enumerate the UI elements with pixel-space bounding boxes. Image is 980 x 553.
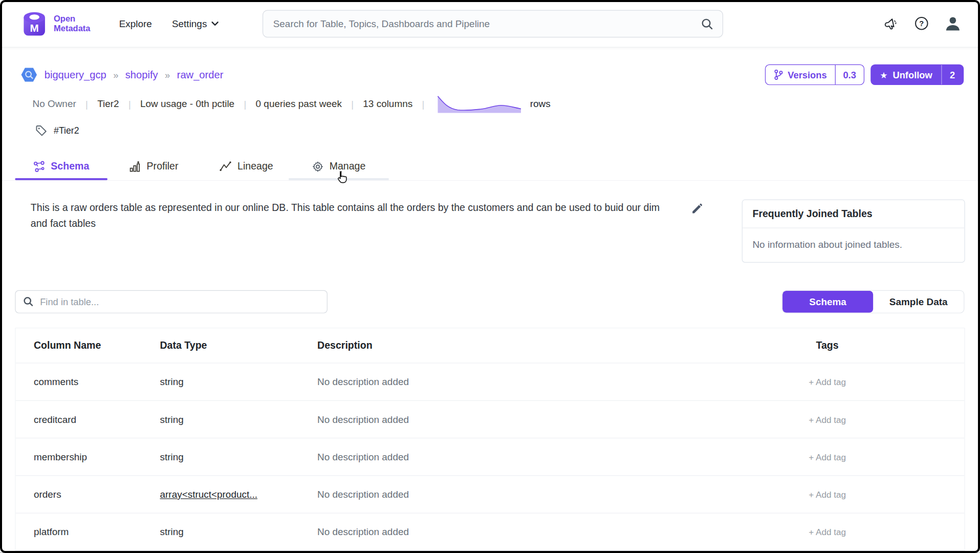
joined-tables-empty-text: No information about joined tables. [743, 228, 965, 262]
manage-gear-icon [312, 160, 324, 172]
owner-stat: No Owner [33, 98, 76, 110]
column-description[interactable]: No description added [299, 526, 690, 538]
find-in-table [15, 290, 328, 313]
entity-stats: No Owner | Tier2 | Low usage - 0th pctil… [0, 94, 980, 113]
add-tag-button[interactable]: + Add tag [690, 490, 965, 500]
breadcrumb-database[interactable]: shopify [125, 69, 158, 80]
table-row: platform string No description added + A… [16, 513, 965, 550]
entity-tabs: Schema Profiler Lineage Manag [0, 153, 980, 180]
edit-description-icon[interactable] [691, 203, 703, 215]
description-block: This is a raw orders table as represente… [16, 200, 729, 232]
usage-stat: Low usage - 0th pctile [140, 98, 234, 110]
nav-link-settings[interactable]: Settings [172, 18, 219, 29]
chevron-down-icon [211, 21, 219, 26]
column-description[interactable]: No description added [299, 414, 690, 425]
col-header-name: Column Name [16, 340, 142, 351]
tag-icon [35, 124, 47, 137]
schema-tab-icon [33, 160, 45, 172]
lineage-tab-icon [220, 161, 232, 172]
add-tag-button[interactable]: + Add tag [690, 527, 965, 537]
openmetadata-logo[interactable]: M Open Metadata [20, 10, 90, 37]
openmetadata-logo-icon: M [20, 10, 48, 37]
column-name: orders [16, 488, 142, 500]
toggle-sample-data-button[interactable]: Sample Data [873, 291, 964, 313]
breadcrumb-separator: » [113, 70, 118, 80]
frequently-joined-tables-card: Frequently Joined Tables No information … [742, 200, 965, 263]
global-search [263, 10, 723, 38]
profiler-tab-icon [129, 160, 141, 172]
column-name: platform [16, 526, 142, 538]
column-type: string [142, 376, 299, 388]
breadcrumb-table[interactable]: raw_order [177, 69, 224, 80]
rows-stat-label: rows [530, 98, 551, 110]
add-tag-button[interactable]: + Add tag [690, 452, 965, 462]
version-branch-icon [774, 70, 783, 80]
navbar-right: ? [884, 15, 961, 32]
schema-columns-table: Column Name Data Type Description Tags c… [15, 328, 965, 553]
column-name: creditcard [16, 414, 142, 425]
col-header-type: Data Type [142, 340, 299, 351]
tab-schema[interactable]: Schema [15, 153, 107, 180]
entity-tags: #Tier2 [0, 124, 980, 137]
find-in-table-input[interactable] [40, 296, 319, 307]
star-icon: ★ [880, 70, 887, 79]
table-row: comments string No description added + A… [16, 363, 965, 400]
nav-links: Explore Settings [119, 18, 219, 29]
svg-text:?: ? [919, 19, 924, 28]
nav-link-explore[interactable]: Explore [119, 18, 152, 29]
breadcrumb-separator: » [165, 70, 170, 80]
tab-manage[interactable]: Manage [293, 153, 385, 180]
tab-profiler[interactable]: Profiler [107, 153, 200, 180]
toggle-schema-button[interactable]: Schema [782, 291, 873, 313]
column-type: string [142, 414, 299, 425]
column-description[interactable]: No description added [299, 451, 690, 462]
svg-text:M: M [30, 22, 39, 34]
entity-header: bigquery_gcp » shopify » raw_order Versi… [0, 48, 980, 85]
add-tag-button[interactable]: + Add tag [690, 414, 965, 424]
brand-text: Open Metadata [54, 14, 90, 33]
version-number: 0.3 [835, 65, 864, 84]
table-row: creditcard string No description added +… [16, 400, 965, 438]
schema-controls: Schema Sample Data [0, 290, 980, 313]
column-type: string [142, 451, 299, 462]
help-icon[interactable]: ? [914, 16, 929, 31]
column-description[interactable]: No description added [299, 488, 690, 500]
column-name: membership [16, 451, 142, 462]
column-name: comments [16, 376, 142, 388]
followers-count: 2 [941, 65, 963, 84]
schema-tab-panel: This is a raw orders table as represente… [0, 180, 980, 263]
header-actions: Versions 0.3 ★ Unfollow 2 [765, 65, 964, 85]
column-type: string [142, 526, 299, 538]
schema-view-toggle: Schema Sample Data [782, 290, 965, 313]
table-row-partial [16, 550, 965, 553]
versions-button[interactable]: Versions 0.3 [765, 65, 864, 85]
top-navbar: M Open Metadata Explore Settings [0, 0, 980, 48]
unfollow-button[interactable]: ★ Unfollow 2 [870, 65, 964, 85]
find-search-icon [23, 296, 34, 307]
openmetadata-app: M Open Metadata Explore Settings [0, 0, 980, 553]
search-icon[interactable] [701, 17, 714, 31]
queries-stat: 0 queries past week [256, 98, 342, 110]
announcements-icon[interactable] [884, 16, 899, 31]
columns-stat: 13 columns [363, 98, 412, 110]
breadcrumb-service[interactable]: bigquery_gcp [45, 69, 106, 80]
tier-tag[interactable]: #Tier2 [54, 125, 79, 136]
column-description[interactable]: No description added [299, 376, 690, 388]
tier-stat: Tier2 [97, 98, 119, 110]
global-search-input[interactable] [273, 18, 701, 29]
table-header-row: Column Name Data Type Description Tags [16, 328, 965, 363]
col-header-description: Description [299, 340, 690, 351]
user-avatar[interactable] [944, 15, 961, 32]
bigquery-service-icon [20, 66, 37, 83]
tab-lineage[interactable]: Lineage [200, 153, 293, 180]
mouse-cursor-hand [335, 170, 349, 185]
breadcrumb: bigquery_gcp » shopify » raw_order [20, 66, 223, 83]
col-header-tags: Tags [690, 340, 965, 351]
add-tag-button[interactable]: + Add tag [690, 377, 965, 387]
table-row: membership string No description added +… [16, 438, 965, 475]
column-type-expandable-link[interactable]: array<struct<product... [160, 488, 257, 499]
table-description: This is a raw orders table as represente… [16, 200, 669, 232]
table-row: orders array<struct<product... No descri… [16, 475, 965, 513]
rows-sparkline-chart [434, 94, 525, 113]
joined-tables-title: Frequently Joined Tables [743, 200, 965, 228]
